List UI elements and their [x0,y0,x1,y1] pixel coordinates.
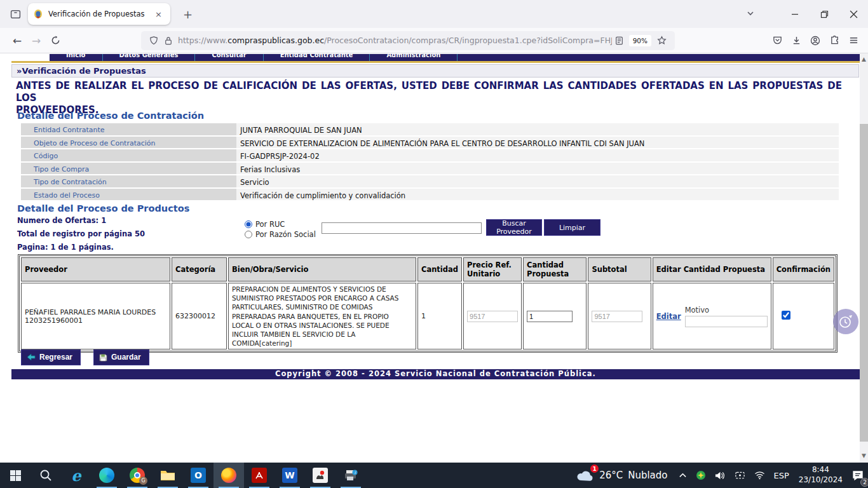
browser-tab-bar: Verificación de Propuestas × + [0,0,868,28]
tab-title: Verificación de Propuestas [48,10,152,18]
new-tab-button[interactable]: + [178,6,198,22]
taskbar-explorer-icon[interactable] [153,463,183,488]
weather-cloud-icon: 1 [576,468,594,483]
tray-volume-icon[interactable] [710,463,730,488]
nav-item-datos-generales[interactable]: Datos Generales [103,54,196,61]
cell-cantidad-propuesta [523,283,587,349]
taskbar-acrobat-icon[interactable] [244,463,275,488]
taskbar-weather[interactable]: 1 26°C Nublado [570,468,674,483]
scroll-down-icon[interactable]: ▼ [860,451,868,460]
editar-link[interactable]: Editar [656,312,681,321]
radio-por-ruc[interactable]: Por RUC [245,220,316,229]
confirmacion-checkbox[interactable] [782,311,790,320]
reload-icon[interactable] [46,31,65,50]
cell-confirmacion [773,283,834,349]
url-text: https://www.compraspublicas.gob.ec/Proce… [178,36,612,45]
menu-icon[interactable] [844,31,863,50]
start-button[interactable] [0,463,31,488]
cell-bien-obra-servicio: PREPARACION DE ALIMENTOS Y SERVICIOS DE … [228,283,416,349]
taskbar-chrome-icon[interactable]: G [122,463,153,488]
taskbar-irfanview-icon[interactable] [305,463,336,488]
weather-badge: 1 [590,464,599,473]
reader-mode-icon[interactable] [615,36,623,45]
limpiar-button[interactable]: Limpiar [544,219,600,236]
taskbar-search-icon[interactable] [31,463,61,488]
cell-categoria: 632300012 [172,283,227,349]
downloads-icon[interactable] [787,31,806,50]
buscar-proveedor-button[interactable]: Buscar Proveedor [486,219,542,236]
motivo-input[interactable] [685,316,768,327]
tray-language[interactable]: ESP [770,463,794,488]
tray-wifi-icon[interactable] [750,463,770,488]
window-restore-button[interactable] [810,0,839,28]
guardar-button[interactable]: Guardar [93,349,149,365]
pocket-icon[interactable] [768,31,787,50]
nav-item-administracion[interactable]: Administración [370,54,458,61]
table-header-row: Proveedor Categoría Bien/Obra/Servicio C… [21,257,834,281]
system-tray: 1 26°C Nublado ESP 8:44 [570,463,868,488]
taskbar-ie-icon[interactable]: e [61,463,92,488]
detail-row: Objeto de Proceso de ContrataciónSERVICI… [21,137,839,150]
cell-precio-ref [463,283,522,349]
page-viewport: Inicio Datos Generales Consultar Entidad… [0,53,868,463]
bookmark-star-icon[interactable] [657,36,667,45]
tray-clock[interactable]: 8:44 23/10/2024 [794,465,848,485]
radio-por-razon-social[interactable]: Por Razón Social [245,230,316,239]
nav-item-entidad-contratante[interactable]: Entidad Contratante [264,54,370,61]
provider-search-input[interactable] [322,222,482,234]
screen: Verificación de Propuestas × + ← → [0,0,868,488]
tray-display-icon[interactable] [730,463,750,488]
scroll-up-icon[interactable]: ▲ [860,55,868,64]
products-table: Proveedor Categoría Bien/Obra/Servicio C… [18,254,837,353]
tray-antivirus-icon[interactable] [691,463,710,488]
col-precio-ref: Precio Ref. Unitario [463,257,522,281]
taskbar-firefox-icon[interactable] [214,463,244,488]
url-bar[interactable]: https://www.compraspublicas.gob.ec/Proce… [141,31,675,50]
notification-center-icon[interactable]: 2 [848,463,868,488]
taskbar-printkey-icon[interactable]: i [336,463,366,488]
section-heading-contratacion: Detalle del Proceso de Contratación [17,111,204,121]
detail-row: Tipo de ContrataciónServicio [21,175,839,189]
list-all-tabs-icon[interactable] [746,9,755,20]
taskbar-outlook-icon[interactable]: O [183,463,214,488]
tray-chevron-icon[interactable] [674,463,691,488]
nav-item-consultar[interactable]: Consultar [195,54,263,61]
shield-icon[interactable] [149,36,158,45]
col-cantidad-propuesta: Cantidad Propuesta [523,257,587,281]
tray-time: 8:44 [799,465,843,475]
vertical-scrollbar[interactable]: ▲ ▼ [860,53,868,463]
tray-date: 23/10/2024 [799,475,843,485]
extensions-icon[interactable] [825,31,844,50]
cell-proveedor: PEÑAFIEL PARRALES MARIA LOURDES 12032519… [21,283,170,349]
paginas-count: Pagina: 1 de 1 páginas. [17,243,145,252]
gold-divider [11,61,860,63]
timer-widget[interactable] [833,309,858,334]
regresar-button[interactable]: Regresar [21,349,81,365]
radio-por-razon-input[interactable] [245,231,252,238]
col-bien-obra-servicio: Bien/Obra/Servicio [228,257,416,281]
lock-icon[interactable] [165,36,172,45]
browser-toolbar: ← → https://www.compraspublicas.gob.ec/P… [0,28,868,53]
window-minimize-button[interactable] [780,0,810,28]
back-icon[interactable]: ← [8,31,27,50]
browser-tab[interactable]: Verificación de Propuestas × [28,3,170,25]
cantidad-propuesta-input[interactable] [527,311,573,322]
forward-icon[interactable]: → [27,31,46,50]
nav-item-inicio[interactable]: Inicio [50,54,103,61]
firefox-view-icon[interactable] [6,5,24,23]
page-footer: Copyright © 2008 - 2024 Servicio Naciona… [11,369,860,379]
taskbar-edge-icon[interactable] [92,463,122,488]
col-confirmacion: Confirmación [773,257,834,281]
back-arrow-icon [27,353,36,361]
process-detail-table: Entidad ContratanteJUNTA PARROQUIAL DE S… [21,123,839,201]
account-icon[interactable] [806,31,825,50]
breadcrumb: »Verificación de Propuestas [11,64,859,78]
save-icon [99,353,107,362]
window-close-button[interactable] [839,0,868,28]
tab-close-icon[interactable]: × [152,8,165,20]
zoom-level-button[interactable]: 90% [629,35,651,46]
radio-por-ruc-input[interactable] [245,220,252,228]
col-subtotal: Subtotal [588,257,651,281]
taskbar-word-icon[interactable]: W [275,463,305,488]
scrollbar-thumb[interactable] [860,124,868,442]
